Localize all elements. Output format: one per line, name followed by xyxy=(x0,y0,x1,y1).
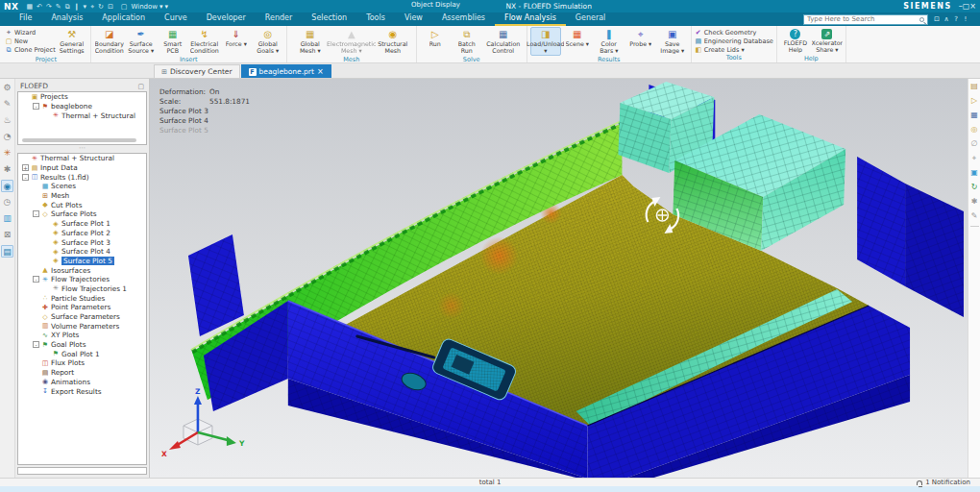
tree-item[interactable]: ∴ Particle Studies xyxy=(18,293,146,303)
tree-expander[interactable] xyxy=(33,323,39,330)
resource-bar-icon[interactable]: ✳ xyxy=(1,147,13,160)
tree-item[interactable]: ▦ Scenes xyxy=(18,182,146,191)
quick-access-icon[interactable]: ▾ xyxy=(84,3,87,11)
ribbon-button[interactable]: ◪Boundary Condition ▾ xyxy=(94,27,125,56)
tree-expander[interactable] xyxy=(33,304,39,310)
tree-item[interactable]: ∿ XY Plots xyxy=(18,331,146,340)
tree-item[interactable]: - ⚑ beaglebone xyxy=(18,102,146,111)
tree-item[interactable]: ✳ Thermal + Structural xyxy=(18,111,146,120)
titlebar-tool-icon[interactable]: ? xyxy=(951,15,961,23)
tree-item[interactable]: ▣ Projects xyxy=(18,92,146,102)
ribbon-button[interactable]: ⇗Xcelerator Share ▾ xyxy=(812,27,843,55)
tree-expander[interactable] xyxy=(33,267,39,274)
ribbon-small-button[interactable]: ⧉Clone Project xyxy=(5,45,56,54)
ribbon-button[interactable]: ◨Load/Unload ▾ xyxy=(530,27,561,56)
horizontal-scrollbar[interactable] xyxy=(22,138,136,142)
view-toolbar-icon[interactable]: ↻ xyxy=(971,183,978,192)
ribbon-button[interactable]: ◎Global Goals ▾ xyxy=(253,27,283,56)
ribbon-button[interactable]: ▦Smart PCB xyxy=(158,27,188,56)
menu-item[interactable]: Analysis xyxy=(41,12,92,26)
view-toolbar-icon[interactable]: ∅ xyxy=(971,139,978,149)
panel-bottom-scrollbar[interactable] xyxy=(17,467,147,475)
ribbon-button[interactable]: ▦Calculation Control Options ▾ xyxy=(483,27,524,56)
ribbon-button[interactable]: ⧉Batch Run xyxy=(452,27,482,56)
tree-expander[interactable] xyxy=(22,93,29,100)
ribbon-button[interactable]: ▷Run xyxy=(420,27,451,56)
view-toolbar-icon[interactable]: ▣ xyxy=(970,168,978,178)
menu-item[interactable]: Assemblies xyxy=(432,12,495,26)
part-tab[interactable]: ⊞ Discovery Center xyxy=(154,64,240,78)
ribbon-button[interactable]: ❚Color Bars ▾ xyxy=(594,27,625,56)
tree-expander[interactable]: + xyxy=(22,164,29,171)
resource-bar-icon[interactable]: ▤ xyxy=(1,245,13,258)
tree-item[interactable]: ◫ Flux Plots xyxy=(18,358,146,368)
tree-expander[interactable] xyxy=(33,332,39,338)
tree-expander[interactable] xyxy=(43,112,50,119)
ribbon-button[interactable]: ↯Electrical Condition ▾ xyxy=(189,27,220,56)
menu-item[interactable]: View xyxy=(395,12,432,26)
resource-bar-icon[interactable]: ✎ xyxy=(1,98,13,111)
window-control-button[interactable]: × xyxy=(969,2,976,11)
search-icon[interactable] xyxy=(919,17,924,22)
tree-item[interactable]: ◆ Cut Plots xyxy=(18,200,146,209)
view-toolbar-icon[interactable]: ◎ xyxy=(971,125,978,135)
quick-access-icon[interactable]: ⊡ xyxy=(108,3,113,11)
titlebar-tool-icon[interactable]: ! xyxy=(961,15,970,23)
tree-expander[interactable]: - xyxy=(33,276,39,283)
tree-expander[interactable]: - xyxy=(33,210,39,217)
tree-item[interactable]: ◇ Surface Parameters xyxy=(18,312,146,322)
quick-access-icon[interactable]: ❙ xyxy=(74,3,80,11)
tree-expander[interactable] xyxy=(43,248,50,255)
tree-expander[interactable] xyxy=(33,192,39,199)
tree-item[interactable]: ◈ Surface Plot 2 xyxy=(18,229,146,238)
tree-expander[interactable] xyxy=(43,230,50,236)
resource-bar-icon[interactable]: ◔ xyxy=(1,131,13,143)
tree-expander[interactable] xyxy=(33,295,39,302)
graphics-viewport[interactable]: Z X Y Deformation:OnScale:551.8:1871 Sur… xyxy=(150,79,968,478)
panel-splitter[interactable]: ⋯ xyxy=(17,145,147,153)
tree-item[interactable]: ✚ Point Parameters xyxy=(18,303,146,312)
resource-bar-icon[interactable]: ♨ xyxy=(1,114,13,127)
ribbon-button[interactable]: ✒Surface Source ▾ xyxy=(126,27,157,56)
resource-bar-icon[interactable]: ⚙ xyxy=(1,82,13,94)
tree-item[interactable]: ⊞ Mesh xyxy=(18,191,146,201)
tree-expander[interactable] xyxy=(33,183,39,189)
ribbon-button[interactable]: ⚒General Settings xyxy=(57,27,87,56)
ribbon-small-button[interactable]: ▤Engineering Database xyxy=(695,37,773,45)
view-toolbar-icon[interactable]: ▤ xyxy=(970,82,978,91)
quick-access-icon[interactable]: ⌖ xyxy=(90,3,94,11)
tree-item[interactable]: ◈ Surface Plot 4 xyxy=(18,247,146,257)
ribbon-button[interactable]: ◉Structural Mesh (Default) ▾ xyxy=(373,27,413,56)
ribbon-small-button[interactable]: ✦Wizard xyxy=(5,28,56,37)
tree-item[interactable]: ✳ Thermal + Structural xyxy=(18,154,146,163)
resource-bar-icon[interactable]: ✱ xyxy=(1,163,13,176)
tree-expander[interactable] xyxy=(33,313,39,320)
resource-bar-icon[interactable]: ◉ xyxy=(1,180,13,192)
menu-item[interactable]: Developer xyxy=(197,12,256,26)
ribbon-button[interactable]: ▦Scene ▾ xyxy=(562,27,593,56)
ribbon-small-button[interactable]: ▢New xyxy=(5,37,56,45)
ribbon-button[interactable]: ?FLOEFD Help Topics ▾ xyxy=(780,27,811,55)
tree-expander[interactable] xyxy=(33,379,39,385)
menu-item[interactable]: Curve xyxy=(155,12,197,26)
menu-item[interactable]: Selection xyxy=(302,12,356,26)
resource-bar-icon[interactable]: ⊠ xyxy=(1,229,13,241)
menu-item[interactable]: General xyxy=(566,12,616,26)
tree-expander[interactable] xyxy=(43,351,50,357)
search-input[interactable] xyxy=(807,15,919,24)
tree-expander[interactable] xyxy=(33,388,39,395)
tree-item[interactable]: - ◇ Surface Plots xyxy=(18,209,146,219)
tree-item[interactable]: ◈ Surface Plot 1 xyxy=(18,219,146,229)
tree-item[interactable]: ⚑ Goal Plot 1 xyxy=(18,349,146,358)
tree-item[interactable]: + ▤ Input Data xyxy=(18,163,146,173)
view-toolbar-icon[interactable]: ▷ xyxy=(971,96,977,106)
view-toolbar-icon[interactable]: ⌖ xyxy=(972,154,977,163)
ribbon-button[interactable]: ⇓Force ▾ xyxy=(221,27,252,56)
tree-item[interactable]: ◈ Surface Plot 5 xyxy=(18,257,146,266)
tree-expander[interactable] xyxy=(33,359,39,366)
menu-item[interactable]: Tools xyxy=(356,12,395,26)
resource-bar-icon[interactable]: ◷ xyxy=(1,196,13,209)
view-toolbar-icon[interactable]: ✎ xyxy=(971,211,978,221)
panel-collapse-icon[interactable]: ▢ xyxy=(137,83,144,90)
menu-item[interactable]: Render xyxy=(256,12,302,26)
